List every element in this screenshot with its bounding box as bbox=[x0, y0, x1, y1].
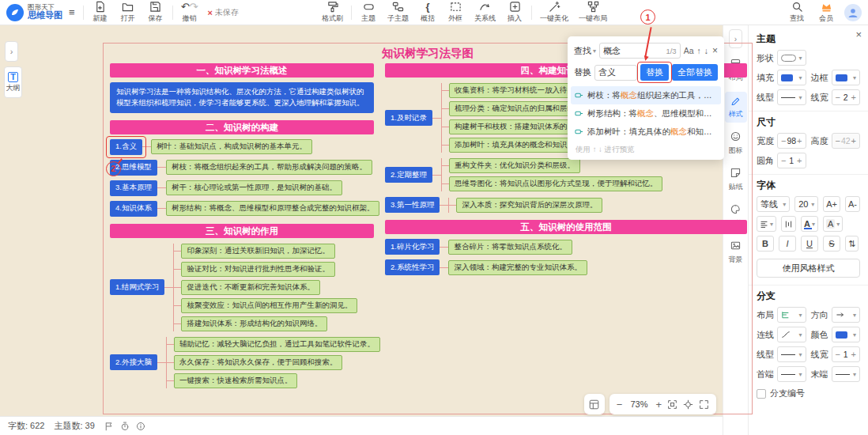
map-parent-node[interactable]: 2.定期整理 bbox=[385, 167, 432, 183]
italic-button[interactable]: I bbox=[779, 236, 796, 252]
search-button[interactable]: 查找 bbox=[786, 1, 808, 25]
map-canvas[interactable]: › T 大纲 知识树学习法导图 一、知识树学习法概述 知识树学习法是一种将知识结… bbox=[0, 25, 723, 416]
map-child-node[interactable]: 思维导图化：将知识点以图形化方式呈现，便于理解和记忆。 bbox=[449, 176, 663, 191]
text-align-dropdown[interactable]: ▾ bbox=[757, 216, 776, 232]
flag-icon[interactable] bbox=[104, 422, 114, 431]
strikethrough-button[interactable]: S bbox=[823, 236, 840, 252]
expand-left-panel-button[interactable]: › bbox=[5, 41, 18, 62]
format-painter-button[interactable]: 格式刷 bbox=[319, 1, 345, 25]
map-child-node[interactable]: 深入本质：探究知识背后的深层次原理。 bbox=[456, 198, 602, 213]
increase-button[interactable]: + bbox=[797, 137, 802, 146]
replace-button[interactable]: 替换 1 bbox=[640, 64, 669, 81]
section-header-5[interactable]: 五、知识树的使用范围 bbox=[385, 220, 747, 234]
line-end-dropdown[interactable]: ▾ bbox=[832, 366, 861, 382]
locate-center-button[interactable] bbox=[683, 399, 693, 410]
info-icon[interactable] bbox=[136, 422, 145, 431]
find-prev-button[interactable]: ↑ bbox=[696, 46, 700, 55]
match-case-toggle[interactable]: Aa bbox=[684, 46, 694, 55]
font-size-dropdown[interactable]: 20▾ bbox=[794, 196, 818, 212]
map-parent-node[interactable]: 2.系统性学习 bbox=[385, 259, 440, 275]
map-child-node[interactable]: 树叶：基础知识点，构成知识树的基本单元。 bbox=[151, 139, 312, 154]
undo-button[interactable]: ↶↷ 撤销 bbox=[179, 1, 201, 25]
timer-icon[interactable] bbox=[120, 422, 130, 431]
map-paragraph-node[interactable]: 知识树学习法是一种将知识结构化、层次化的方法，它通过构建类似树状的模型来组织和梳… bbox=[110, 82, 374, 113]
section-header-1[interactable]: 一、知识树学习法概述 bbox=[110, 63, 374, 78]
line-spacing-button[interactable]: ⇅ bbox=[845, 236, 859, 252]
outline-button[interactable]: T 大纲 bbox=[4, 66, 22, 98]
decrease-button[interactable]: − bbox=[836, 93, 840, 102]
zoom-in-button[interactable]: + bbox=[655, 399, 662, 410]
decrease-button[interactable]: − bbox=[781, 137, 786, 146]
map-child-node[interactable]: 搭建知识体系：形成结构化的知识网络。 bbox=[181, 316, 327, 331]
summary-button[interactable]: { 概括 bbox=[417, 1, 439, 25]
decrease-button[interactable]: − bbox=[836, 137, 840, 146]
minimap-button[interactable] bbox=[584, 394, 605, 414]
branch-numbering-checkbox[interactable] bbox=[757, 389, 766, 399]
map-child-node[interactable]: 树枝：将概念组织起来的工具，帮助形成解决问题的策略。 bbox=[166, 160, 372, 175]
insert-button[interactable]: 插入 bbox=[504, 1, 526, 25]
increase-button[interactable]: + bbox=[797, 157, 802, 165]
menu-icon[interactable]: ≡ bbox=[66, 6, 77, 18]
topic-button[interactable]: 主题 bbox=[357, 1, 379, 25]
increase-button[interactable]: + bbox=[851, 350, 856, 359]
one-click-layout-button[interactable]: 一键布局 bbox=[576, 1, 609, 25]
find-next-button[interactable]: ↓ bbox=[704, 46, 708, 55]
save-button[interactable]: 保存 bbox=[145, 1, 167, 25]
map-parent-node[interactable]: 1.结网式学习 bbox=[110, 279, 164, 295]
user-avatar[interactable] bbox=[844, 4, 862, 21]
map-child-node[interactable]: 整合碎片：将零散知识点系统化。 bbox=[448, 240, 572, 255]
close-panel-icon[interactable]: × bbox=[855, 28, 862, 40]
branch-color-dropdown[interactable]: ▾ bbox=[832, 327, 861, 342]
branch-line-dropdown[interactable]: ▾ bbox=[777, 327, 806, 342]
find-input[interactable] bbox=[603, 46, 664, 55]
map-parent-node[interactable]: 1.碎片化学习 bbox=[385, 239, 440, 255]
branch-direction-dropdown[interactable]: ▾ bbox=[832, 307, 861, 323]
decrease-button[interactable]: − bbox=[836, 350, 840, 359]
map-child-node[interactable]: 深入领域：构建完整的专业知识体系。 bbox=[448, 260, 587, 275]
font-grow-button[interactable]: A+ bbox=[823, 196, 840, 212]
text-color-dropdown[interactable]: A▾ bbox=[801, 216, 818, 232]
increase-button[interactable]: + bbox=[851, 137, 856, 146]
fit-screen-button[interactable] bbox=[667, 399, 677, 410]
map-child-node[interactable]: 核聚变效应：知识点间的相互作用产生新的洞见。 bbox=[181, 298, 357, 313]
find-result-item[interactable]: 添加树叶：填充具体的概念和知识点。 bbox=[571, 123, 721, 141]
map-parent-node[interactable]: 1.及时记录 bbox=[385, 110, 432, 126]
shape-dropdown[interactable]: ▾ bbox=[777, 50, 806, 66]
decrease-button[interactable]: − bbox=[781, 157, 786, 165]
use-style-button[interactable]: 使用风格样式 bbox=[757, 259, 860, 278]
border-linetype-dropdown[interactable]: ▾ bbox=[777, 89, 806, 105]
section-header-3[interactable]: 三、知识树的作用 bbox=[110, 224, 374, 238]
one-click-beautify-button[interactable]: 一键美化 bbox=[538, 1, 571, 25]
fill-color-dropdown[interactable]: ▾ bbox=[777, 70, 806, 85]
bold-button[interactable]: B bbox=[757, 236, 774, 252]
map-child-node[interactable]: 树形结构：将概念、思维模型和原理整合成完整的知识框架。 bbox=[166, 201, 380, 216]
replace-all-button[interactable]: 全部替换 bbox=[672, 64, 718, 81]
subtopic-button[interactable]: 子主题 bbox=[385, 1, 411, 25]
branch-linetype-dropdown[interactable]: ▾ bbox=[777, 346, 806, 362]
new-button[interactable]: 新建 bbox=[89, 1, 111, 25]
find-result-item[interactable]: 树形结构：将概念、思维模型和原理整合成完整的知识框架。 bbox=[571, 104, 721, 123]
relation-line-button[interactable]: 关系线 bbox=[472, 1, 498, 25]
close-find-dialog-icon[interactable]: × bbox=[712, 45, 718, 56]
zoom-level[interactable]: 73% bbox=[628, 399, 650, 409]
replace-input[interactable] bbox=[598, 68, 633, 78]
map-child-node[interactable]: 验证对比：对知识进行批判性思考和验证。 bbox=[181, 262, 335, 277]
find-mode-dropdown[interactable]: 查找 ▾ bbox=[574, 45, 596, 57]
border-color-dropdown[interactable]: ▾ bbox=[832, 70, 861, 85]
vertical-align-button[interactable] bbox=[781, 216, 796, 232]
map-parent-node[interactable]: 2.外接大脑 bbox=[110, 354, 157, 370]
map-child-node[interactable]: 永久保存：将知识永久保存，便于回顾和搜索。 bbox=[174, 355, 343, 370]
map-parent-node[interactable]: 4.知识体系 bbox=[110, 201, 157, 217]
fullscreen-button[interactable] bbox=[699, 399, 709, 410]
text-highlight-dropdown[interactable]: A▾ bbox=[823, 216, 843, 232]
map-parent-node[interactable]: 3.基本原理 bbox=[110, 180, 157, 196]
map-child-node[interactable]: 重构文件夹：优化知识分类和层级。 bbox=[449, 158, 580, 173]
vip-button[interactable]: 会员 bbox=[815, 1, 837, 25]
map-child-node[interactable]: 印象深刻：通过关联新旧知识，加深记忆。 bbox=[181, 244, 335, 259]
increase-button[interactable]: + bbox=[851, 93, 856, 102]
map-child-node[interactable]: 辅助记忆：减轻大脑记忆负担，通过工具如笔记软件记录。 bbox=[174, 337, 380, 352]
find-result-item[interactable]: 树枝：将概念组织起来的工具，帮助形成解决问题的策略。 bbox=[571, 86, 721, 104]
font-shrink-button[interactable]: A- bbox=[845, 196, 860, 212]
branch-layout-dropdown[interactable]: ▾ bbox=[777, 307, 806, 323]
frame-button[interactable]: 外框 bbox=[444, 1, 466, 25]
